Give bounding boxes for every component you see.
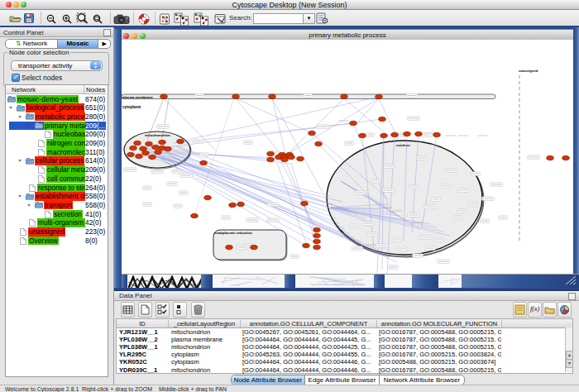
svg-text:plasma membrane: plasma membrane: [122, 95, 153, 99]
svg-text:endoplasmic reticulum: endoplasmic reticulum: [214, 231, 252, 235]
svg-text:unassigned: unassigned: [519, 69, 538, 73]
svg-text:cytoplasm: cytoplasm: [122, 105, 141, 109]
svg-text:nucleus: nucleus: [396, 143, 410, 147]
